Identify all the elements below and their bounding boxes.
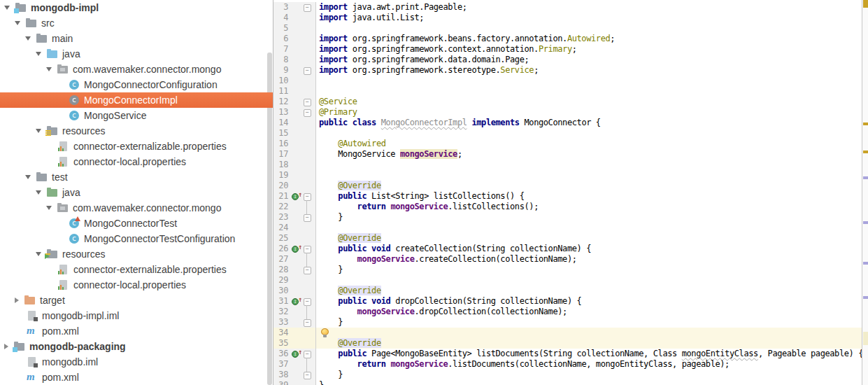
code-line-9[interactable]: 9−import org.springframework.stereotype.… [273,65,868,76]
fold-collapse-icon[interactable]: − [304,193,311,201]
tree-item-connector-externalizable-properties[interactable]: connector-externalizable.properties [0,139,273,154]
code-line-29[interactable]: 29 [273,275,868,286]
code-editor[interactable]: 3−import java.awt.print.Pageable;4import… [273,0,868,385]
code-line-8[interactable]: 8import org.springframework.data.domain.… [273,55,868,65]
code-line-28[interactable]: 28− } [273,265,868,275]
implements-method-gutter-icon[interactable]: I↑ [292,193,301,200]
tree-item-resources[interactable]: resources [0,123,273,139]
code-line-34[interactable]: 34 [273,328,868,338]
code-line-24[interactable]: 24 [273,223,868,233]
fold-collapse-icon[interactable]: − [304,246,311,253]
code-line-31[interactable]: 31I↑− public void dropCollection(String … [273,296,868,307]
tree-item-pom-xml[interactable]: mpom.xml [0,370,273,385]
stripe-mark-warning[interactable] [863,122,868,125]
chevron-expanded-icon[interactable] [36,252,41,256]
code-line-30[interactable]: 30 @Override [273,286,868,296]
tree-item-target[interactable]: target [0,293,273,308]
code-line-16[interactable]: 16 @Autowired [273,139,868,149]
implements-method-gutter-icon[interactable]: I↑ [292,246,301,253]
chevron-collapsed-icon[interactable] [15,298,19,303]
code-line-27[interactable]: 27 mongoService.createCollection(collect… [273,254,868,265]
tree-item-mongodb-iml[interactable]: mongodb.iml [0,354,273,370]
chevron-expanded-icon[interactable] [25,36,31,41]
tree-item-resources[interactable]: resources [0,246,273,262]
implements-method-gutter-icon[interactable]: I↑ [292,351,301,358]
code-line-13[interactable]: 13−@Primary [273,107,868,118]
code-line-37[interactable]: 37 return mongoService.listDocuments(col… [273,359,868,370]
code-line-33[interactable]: 33− } [273,317,868,328]
chevron-expanded-icon[interactable] [25,175,31,179]
code-line-11[interactable]: 11 [273,86,868,97]
stripe-mark-info[interactable] [863,176,868,179]
code-line-26[interactable]: 26I↑− public void createCollection(Strin… [273,244,868,254]
stripe-mark-info[interactable] [863,262,868,265]
tree-item-mongodb-impl-iml[interactable]: mongodb-impl.iml [0,308,273,323]
tree-item-test[interactable]: test [0,169,273,185]
stripe-mark-info[interactable] [863,296,868,299]
tree-item-mongoconnectortestconfiguration[interactable]: cMongoConnectorTestConfiguration [0,231,273,246]
fold-collapse-icon[interactable]: − [304,351,311,358]
chevron-collapsed-icon[interactable] [4,344,8,349]
code-line-5[interactable]: 5 [273,23,868,34]
code-line-3[interactable]: 3−import java.awt.print.Pageable; [273,2,868,13]
stripe-mark-info[interactable] [863,221,868,224]
fold-end-icon[interactable]: − [304,67,311,75]
chevron-expanded-icon[interactable] [46,67,52,71]
code-line-17[interactable]: 17 MongoService mongoService; [273,149,868,160]
code-line-22[interactable]: 22 return mongoService.listCollections()… [273,202,868,212]
code-line-32[interactable]: 32 mongoService.dropCollection(collectio… [273,307,868,317]
tree-item-main[interactable]: main [0,31,273,46]
code-line-36[interactable]: 36I↑− public Page<MongoBaseEntity> listD… [273,349,868,359]
tree-item-connector-local-properties[interactable]: connector-local.properties [0,277,273,293]
fold-collapse-icon[interactable]: − [304,298,311,306]
code-line-4[interactable]: 4import java.util.List; [273,13,868,23]
tree-item-connector-externalizable-properties[interactable]: connector-externalizable.properties [0,262,273,277]
stripe-mark-caret-line[interactable] [863,332,868,345]
code-line-10[interactable]: 10 [273,76,868,86]
stripe-mark-warning[interactable] [863,150,868,153]
code-line-21[interactable]: 21I↑− public List<String> listCollection… [273,191,868,202]
fold-collapse-icon[interactable]: − [304,4,311,12]
chevron-expanded-icon[interactable] [36,52,41,56]
code-line-6[interactable]: 6import org.springframework.beans.factor… [273,34,868,44]
fold-end-icon[interactable]: − [304,267,311,274]
code-line-19[interactable]: 19 [273,170,868,181]
tree-item-mongoconnectorconfiguration[interactable]: cMongoConnectorConfiguration [0,77,273,92]
code-line-35[interactable]: 35 @Override [273,338,868,349]
code-line-7[interactable]: 7import org.springframework.context.anno… [273,44,868,55]
tree-item-mongoconnectortest[interactable]: cMongoConnectorTest [0,216,273,231]
fold-end-icon[interactable]: − [304,109,311,117]
code-line-12[interactable]: 12−@Service [273,97,868,107]
chevron-expanded-icon[interactable] [15,21,20,25]
chevron-expanded-icon[interactable] [4,6,10,10]
fold-collapse-icon[interactable]: − [304,99,311,106]
chevron-expanded-icon[interactable] [46,206,52,210]
tree-item-connector-local-properties[interactable]: connector-local.properties [0,154,273,169]
code-line-15[interactable]: 15 [273,128,868,139]
tree-item-mongodb-impl[interactable]: mongodb-impl [0,0,273,15]
tree-item-java[interactable]: java [0,185,273,200]
code-line-39[interactable]: 39} [273,380,868,385]
tree-item-mongoconnectorimpl[interactable]: cMongoConnectorImpl [0,92,273,108]
code-line-38[interactable]: 38− } [273,370,868,380]
tree-item-com-wavemaker-connector-mongo[interactable]: com.wavemaker.connector.mongo [0,62,273,77]
tree-item-mongodb-packaging[interactable]: mongodb-packaging [0,339,273,354]
tree-item-mongoservice[interactable]: cMongoService [0,108,273,123]
tree-item-pom-xml[interactable]: mpom.xml [0,323,273,339]
tree-item-java[interactable]: java [0,46,273,62]
chevron-expanded-icon[interactable] [36,190,41,195]
code-line-20[interactable]: 20 @Override [273,181,868,191]
tree-item-com-wavemaker-connector-mongo[interactable]: com.wavemaker.connector.mongo [0,200,273,216]
code-line-25[interactable]: 25 @Override [273,233,868,244]
tree-item-src[interactable]: src [0,15,273,31]
stripe-mark-warning[interactable] [863,0,868,8]
implements-method-gutter-icon[interactable]: I↑ [292,298,301,305]
code-line-14[interactable]: 14public class MongoConnectorImpl implem… [273,118,868,128]
chevron-expanded-icon[interactable] [36,129,41,133]
intention-bulb-icon[interactable] [321,328,329,338]
code-line-18[interactable]: 18 [273,160,868,170]
fold-end-icon[interactable]: − [304,319,311,327]
code-line-23[interactable]: 23− } [273,212,868,223]
fold-end-icon[interactable]: − [304,214,311,222]
fold-end-icon[interactable]: − [304,372,311,379]
